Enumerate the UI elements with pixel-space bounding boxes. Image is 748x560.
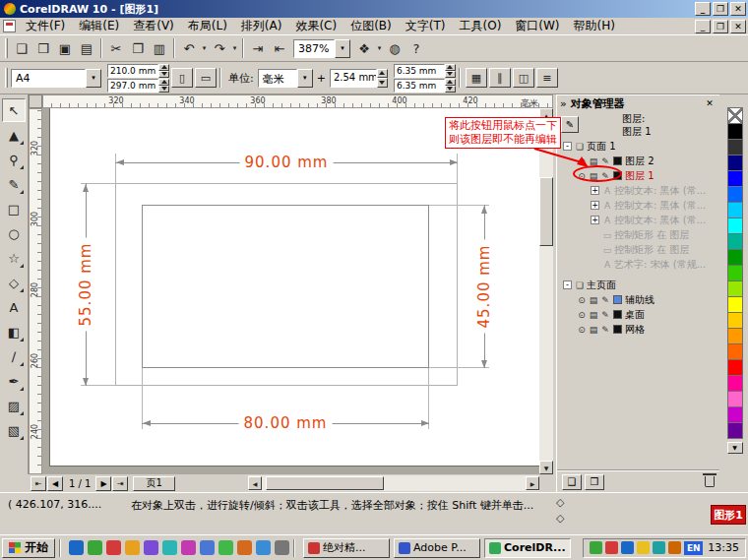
paper-width-field[interactable]: 210.0 mm — [107, 64, 169, 78]
spin-up-icon[interactable] — [445, 64, 456, 71]
color-swatch-cc00cc[interactable] — [727, 406, 743, 423]
corel-online-button[interactable]: ◍ — [384, 37, 405, 59]
docker-chevrons-icon[interactable]: » — [560, 97, 567, 110]
undo-button-dropdown-icon[interactable]: ▾ — [200, 37, 209, 59]
spin-down-icon[interactable] — [158, 71, 169, 78]
color-swatch-00b394[interactable] — [727, 233, 743, 250]
expand-collapse-toggle[interactable]: - — [563, 142, 572, 151]
new-master-layer-button[interactable]: ❒ — [585, 474, 604, 490]
layer-name[interactable]: 辅助线 — [625, 293, 654, 307]
object-name[interactable]: 控制文本: 黑体 (常... — [614, 199, 706, 213]
layer-name[interactable]: 图层 1 — [625, 169, 654, 183]
vertical-scrollbar[interactable]: ▲ ▼ — [539, 108, 553, 474]
maximize-button[interactable]: ❐ — [713, 2, 728, 16]
new-layer-button[interactable]: ❑ — [562, 474, 582, 490]
active-layer-value[interactable]: 图层 1 — [622, 125, 652, 138]
color-swatch-009900[interactable] — [727, 249, 743, 266]
snap-to-objects-button[interactable]: ◫ — [513, 68, 534, 88]
scrollbar-thumb[interactable] — [266, 476, 384, 490]
docker-edit-button[interactable]: ✎ — [561, 116, 579, 133]
object-name[interactable]: 艺术字: 宋体 (常规... — [614, 258, 706, 272]
color-swatch-00ccff[interactable] — [727, 202, 743, 218]
save-button[interactable]: ▣ — [54, 37, 76, 59]
paper-height-field[interactable]: 297.0 mm — [107, 79, 169, 93]
ruler-origin[interactable] — [29, 94, 42, 108]
cut-button[interactable]: ✂ — [105, 37, 127, 59]
expand-collapse-toggle[interactable]: + — [591, 186, 599, 195]
open-button[interactable]: ❒ — [32, 37, 54, 59]
expand-collapse-toggle[interactable]: - — [563, 280, 572, 289]
menu-item-7[interactable]: 文字(T) — [399, 16, 453, 36]
color-swatch-000000[interactable] — [727, 123, 743, 140]
vertical-ruler[interactable]: 320300280260240 — [29, 108, 42, 474]
interactive-blend-tool[interactable]: ◧ — [2, 320, 26, 343]
paper-size-dropdown-icon[interactable]: ▾ — [86, 69, 101, 88]
object-name[interactable]: 控制文本: 黑体 (常... — [614, 214, 706, 227]
spin-down-icon[interactable] — [445, 86, 456, 93]
quick-launch-icon-5[interactable] — [144, 540, 158, 555]
layer-color-swatch[interactable] — [613, 325, 622, 334]
next-page-button[interactable]: ▶ — [95, 476, 111, 491]
layer-name[interactable]: 图层 2 — [625, 155, 654, 168]
expand-collapse-toggle[interactable]: + — [591, 201, 599, 210]
pick-tool[interactable]: ↖ — [2, 98, 26, 122]
paper-size-combo[interactable]: A4 ▾ — [11, 69, 101, 88]
start-button[interactable]: 开始 — [2, 538, 55, 558]
tray-icon-6[interactable] — [668, 541, 681, 554]
quick-launch-icon-2[interactable] — [88, 540, 102, 555]
zoom-level-combo[interactable]: 387% ▾ — [293, 39, 350, 58]
scroll-right-button[interactable]: ▶ — [526, 476, 539, 490]
quick-launch-icon-11[interactable] — [256, 540, 271, 555]
print-button[interactable]: ▤ — [76, 37, 97, 59]
ellipse-tool[interactable]: ○ — [2, 221, 26, 245]
previous-page-button[interactable]: ◀ — [47, 476, 63, 491]
portrait-button[interactable]: ▯ — [171, 68, 193, 88]
quick-launch-icon-7[interactable] — [181, 540, 196, 555]
menu-item-0[interactable]: 文件(F) — [19, 16, 72, 36]
quick-launch-icon-4[interactable] — [125, 540, 140, 555]
palette-scroll-down-button[interactable]: ▼ — [727, 442, 743, 454]
spin-up-icon[interactable] — [158, 79, 169, 86]
nudge-offset-field[interactable]: 2.54 mm — [330, 69, 388, 88]
spin-down-icon[interactable] — [445, 71, 456, 78]
menu-item-5[interactable]: 效果(C) — [288, 16, 343, 36]
text-tool[interactable]: A — [2, 295, 26, 319]
tray-icon-3[interactable] — [621, 541, 634, 554]
menu-item-1[interactable]: 编辑(E) — [72, 16, 126, 36]
color-swatch-99e600[interactable] — [727, 280, 743, 297]
redo-button-dropdown-icon[interactable]: ▾ — [230, 37, 239, 59]
color-swatch-ffcc00[interactable] — [727, 312, 743, 329]
interactive-fill-tool[interactable]: ▧ — [2, 418, 26, 442]
spin-up-icon[interactable] — [158, 64, 169, 71]
dimension-bottom-label[interactable]: 80.00 mm — [239, 414, 333, 432]
export-button[interactable]: ⇤ — [269, 37, 290, 59]
color-swatch-0066ff[interactable] — [727, 186, 743, 203]
pencil-icon[interactable]: ✎ — [600, 310, 610, 320]
color-swatch-000080[interactable] — [727, 155, 743, 171]
first-page-button[interactable]: ⇤ — [31, 476, 46, 491]
printer-icon[interactable]: ▤ — [589, 325, 598, 335]
snap-to-guidelines-button[interactable]: ∥ — [489, 68, 511, 88]
horizontal-scrollbar[interactable]: ◀ ▶ — [248, 475, 539, 491]
tray-icon-4[interactable] — [637, 541, 650, 554]
printer-icon[interactable]: ▤ — [589, 310, 598, 320]
units-combo[interactable]: 毫米 ▾ — [258, 69, 313, 88]
taskbar-task-1[interactable]: 绝对精... — [303, 538, 390, 558]
layer-color-swatch[interactable] — [613, 295, 622, 304]
application-launcher-button-dropdown-icon[interactable]: ▾ — [375, 37, 384, 59]
document-close-button[interactable]: ✕ — [730, 20, 746, 33]
polygon-tool[interactable]: ☆ — [2, 246, 26, 270]
taskbar-task-3[interactable]: CorelDR... — [484, 538, 571, 558]
new-document-button[interactable]: ❑ — [11, 37, 32, 59]
fill-tool[interactable]: ▨ — [2, 394, 26, 417]
menu-item-9[interactable]: 窗口(W) — [508, 16, 566, 36]
pencil-icon[interactable]: ✎ — [600, 295, 610, 305]
quick-launch-icon-3[interactable] — [106, 540, 121, 555]
object-name[interactable]: 控制矩形 在 图层 — [614, 228, 689, 242]
no-color-swatch[interactable] — [727, 107, 743, 124]
zoom-tool[interactable]: ⚲ — [2, 148, 26, 171]
horizontal-ruler[interactable]: 毫米 320340360380400420 — [42, 94, 553, 108]
delete-layer-button[interactable] — [705, 476, 715, 487]
tray-icon-5[interactable] — [653, 541, 665, 554]
layer-name[interactable]: 桌面 — [625, 308, 645, 322]
